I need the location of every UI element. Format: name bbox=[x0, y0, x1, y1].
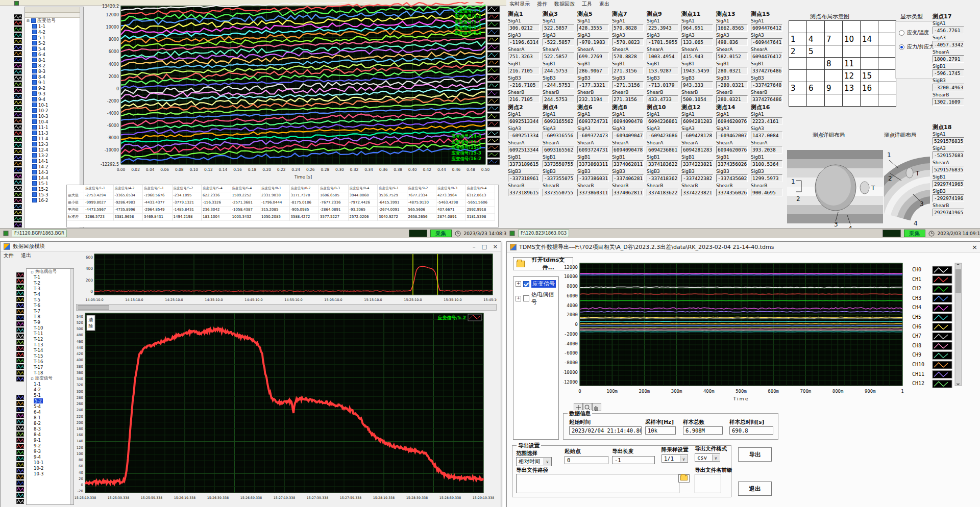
tree-item[interactable]: 10-3 bbox=[25, 113, 83, 119]
tree-item[interactable]: 5-2 bbox=[25, 40, 83, 46]
checkbox-icon[interactable] bbox=[32, 125, 37, 130]
checkbox-icon[interactable] bbox=[32, 159, 37, 163]
chevron-down-icon[interactable]: ∨ bbox=[680, 455, 687, 462]
checkbox-icon[interactable] bbox=[32, 187, 37, 191]
pan-tool-icon[interactable] bbox=[592, 403, 601, 411]
tdms-group-row[interactable]: +热电偶信号 bbox=[516, 291, 556, 306]
checkbox-icon[interactable] bbox=[32, 86, 37, 90]
radio-icon[interactable] bbox=[899, 30, 904, 36]
tree-item[interactable]: 9-4 bbox=[25, 96, 83, 102]
tree-item[interactable]: 12-3 bbox=[25, 141, 83, 147]
tree-item[interactable]: 8-2 bbox=[25, 63, 83, 68]
tree-item[interactable]: 6-4 bbox=[25, 52, 83, 57]
chevron-down-icon[interactable]: ∨ bbox=[544, 458, 551, 465]
tdms-group-tree[interactable]: +应变信号+热电偶信号 bbox=[513, 276, 559, 440]
checkbox-icon[interactable] bbox=[32, 119, 37, 124]
tree-item[interactable]: 10-2 bbox=[25, 108, 83, 113]
checkbox-icon[interactable] bbox=[32, 30, 37, 34]
tree-root-strain[interactable]: ⊟应变信号 bbox=[25, 18, 83, 23]
tree-item[interactable]: 11-1 bbox=[25, 124, 83, 130]
menu-item[interactable]: 实时显示 bbox=[509, 1, 530, 8]
tree-item[interactable]: T-5 bbox=[27, 297, 74, 302]
file-format-combo[interactable]: csv∨ bbox=[695, 453, 720, 462]
checkbox-icon[interactable] bbox=[32, 24, 37, 29]
file-prefix-input[interactable] bbox=[695, 474, 721, 493]
menu-item[interactable]: 工具 bbox=[582, 1, 592, 8]
tree-item[interactable]: 9-3 bbox=[25, 91, 83, 96]
tree-item[interactable]: 5-1 bbox=[25, 35, 83, 40]
tree-item[interactable]: 9-1 bbox=[25, 80, 83, 85]
tree-item[interactable]: T-6 bbox=[27, 302, 74, 308]
maximize-button[interactable]: □ bbox=[481, 243, 486, 250]
checkbox-icon[interactable] bbox=[32, 52, 37, 57]
radio-icon[interactable] bbox=[899, 44, 904, 50]
checkbox-icon[interactable] bbox=[523, 295, 529, 301]
acquire-button[interactable]: 采集 bbox=[904, 230, 925, 237]
menu-item[interactable]: 操作 bbox=[537, 1, 547, 8]
checkbox-icon[interactable] bbox=[32, 41, 37, 45]
checkbox-icon[interactable] bbox=[32, 136, 37, 141]
checkbox-icon[interactable] bbox=[32, 91, 37, 96]
tree-item[interactable]: 11-4 bbox=[25, 136, 83, 141]
tree-item[interactable]: 12-4 bbox=[25, 147, 83, 153]
replay-chart[interactable]: 5405205004804604404204003803603403203002… bbox=[66, 310, 498, 506]
checkbox-icon[interactable] bbox=[32, 114, 37, 118]
tdms-group-row[interactable]: +应变信号 bbox=[516, 280, 556, 288]
tree-item[interactable]: 14-4 bbox=[25, 175, 83, 181]
tree-item[interactable]: 8-1 bbox=[25, 57, 83, 63]
tree-item[interactable]: T-1 bbox=[27, 274, 74, 280]
checkbox-icon[interactable] bbox=[32, 69, 37, 73]
checkbox-icon[interactable] bbox=[32, 108, 37, 113]
chevron-down-icon[interactable]: ∨ bbox=[712, 454, 719, 461]
export-length-input[interactable]: -1 bbox=[612, 456, 655, 464]
range-select-combo[interactable]: 相对时间∨ bbox=[516, 457, 552, 466]
checkbox-icon[interactable] bbox=[32, 175, 37, 180]
checkbox-icon[interactable] bbox=[32, 74, 37, 79]
checkbox-icon[interactable] bbox=[32, 63, 37, 68]
acquire-button[interactable]: 采集 bbox=[430, 230, 452, 237]
bl-titlebar[interactable]: 数据回放模块 – □ × bbox=[1, 242, 501, 251]
checkbox-icon[interactable] bbox=[32, 147, 37, 152]
menu-item[interactable]: 退出 bbox=[599, 1, 609, 8]
checkbox-icon[interactable] bbox=[32, 80, 37, 85]
tree-item[interactable]: T-3 bbox=[27, 286, 74, 291]
tree-item[interactable]: 11-3 bbox=[25, 130, 83, 136]
tree-item[interactable]: 14-3 bbox=[25, 169, 83, 175]
overview-chart[interactable]: 600400200014:05:10.014:15:10.014:25:10.0… bbox=[76, 251, 497, 303]
checkbox-icon[interactable] bbox=[32, 153, 37, 158]
menu-item[interactable]: 退出 bbox=[21, 252, 31, 259]
checkbox-icon[interactable] bbox=[32, 142, 37, 146]
export-button[interactable]: 导出 bbox=[738, 447, 772, 462]
strain-multi-line-chart[interactable]: 13420.2120001000080006000400020000-2000-… bbox=[84, 2, 503, 183]
tree-item[interactable]: 13-2 bbox=[25, 153, 83, 158]
tree-item[interactable]: T-4 bbox=[27, 291, 74, 297]
tree-item[interactable]: 8-3 bbox=[25, 68, 83, 74]
checkbox-icon[interactable] bbox=[32, 46, 37, 51]
start-point-input[interactable]: 0 bbox=[565, 456, 608, 464]
tree-item[interactable]: 4-2 bbox=[25, 29, 83, 35]
checkbox-icon[interactable] bbox=[32, 58, 37, 62]
expander-icon[interactable]: + bbox=[516, 281, 521, 287]
tree-item[interactable]: 9-2 bbox=[25, 85, 83, 91]
minimize-button[interactable]: – bbox=[473, 243, 476, 250]
br-titlebar[interactable]: TDMS文件数据导出---F:\702项目相关\A_D谷\2023.2.3出差\… bbox=[507, 242, 980, 252]
tree-item[interactable]: 8-4 bbox=[25, 74, 83, 80]
browse-folder-button[interactable] bbox=[678, 474, 690, 483]
downsample-combo[interactable]: 1/1∨ bbox=[662, 454, 688, 463]
export-path-input[interactable] bbox=[516, 474, 679, 493]
tree-item[interactable]: 10-4 bbox=[25, 119, 83, 124]
checkbox-icon[interactable] bbox=[523, 281, 529, 287]
tree-item[interactable]: 1-1 bbox=[25, 23, 83, 29]
close-icon[interactable]: × bbox=[972, 243, 977, 251]
tree-item[interactable]: 5-4 bbox=[25, 46, 83, 52]
tree-group[interactable]: ▫热电偶信号 bbox=[27, 269, 74, 274]
menu-item[interactable]: 数据回放 bbox=[554, 1, 575, 8]
checkbox-icon[interactable] bbox=[32, 192, 37, 197]
tree-item[interactable]: 10-1 bbox=[25, 102, 83, 108]
tree-item[interactable]: 14-2 bbox=[25, 164, 83, 169]
checkbox-icon[interactable] bbox=[32, 35, 37, 40]
tree-item[interactable]: T-2 bbox=[27, 280, 74, 286]
checkbox-icon[interactable] bbox=[32, 131, 37, 135]
checkbox-icon[interactable] bbox=[31, 18, 36, 23]
checkbox-icon[interactable] bbox=[32, 170, 37, 174]
